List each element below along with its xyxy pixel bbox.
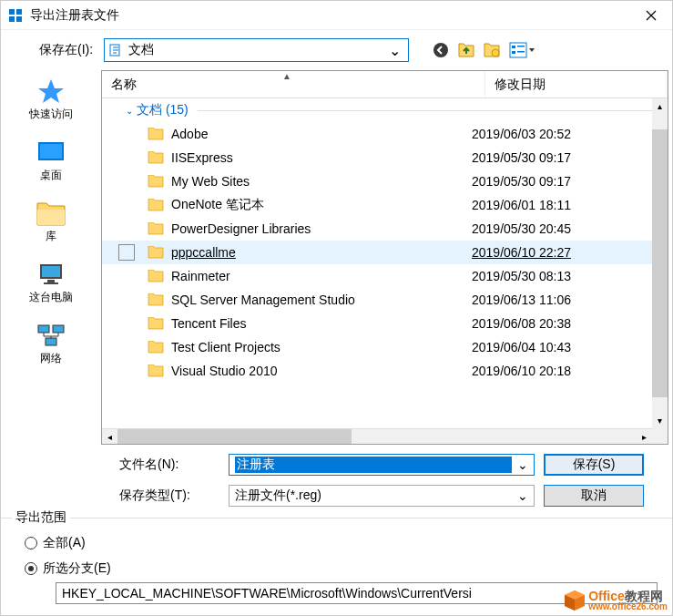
desktop-icon [35, 139, 67, 166]
folder-icon [148, 151, 164, 164]
column-name[interactable]: 名称 [102, 71, 485, 98]
file-date: 2019/06/13 11:06 [472, 293, 652, 307]
sidebar-item-thispc[interactable]: 这台电脑 [1, 257, 101, 309]
file-date: 2019/05/30 20:45 [472, 221, 652, 236]
save-button[interactable]: 保存(S) [544, 454, 644, 476]
file-row[interactable]: OneNote 笔记本2019/06/01 18:11 [102, 193, 652, 217]
file-name: Adobe [171, 127, 472, 141]
close-icon [646, 10, 657, 21]
new-folder-icon[interactable] [484, 42, 500, 58]
chevron-down-icon: ⌄ [385, 42, 404, 59]
vertical-scrollbar[interactable]: ▴ ▾ [652, 98, 668, 428]
folder-icon [148, 199, 164, 211]
close-button[interactable] [630, 1, 672, 30]
folder-icon [148, 317, 164, 330]
file-name: SQL Server Management Studio [171, 293, 472, 307]
file-row[interactable]: Adobe2019/06/03 20:52 [102, 122, 652, 146]
file-row[interactable]: My Web Sites2019/05/30 09:17 [102, 169, 652, 193]
folder-icon [148, 128, 164, 140]
file-row[interactable]: PowerDesigner Libraries2019/05/30 20:45 [102, 217, 652, 241]
radio-icon [25, 562, 37, 575]
scroll-right-icon[interactable]: ▸ [637, 429, 652, 445]
svg-rect-21 [46, 338, 56, 345]
scroll-left-icon[interactable]: ◂ [102, 429, 117, 445]
file-pane: 名称 修改日期 ▲ ⌄ 文档 (15) Adobe2019/06/03 20:5… [101, 70, 668, 445]
column-date[interactable]: 修改日期 [485, 71, 668, 98]
chevron-down-icon: ⌄ [512, 488, 528, 503]
file-date: 2019/06/01 18:11 [472, 198, 652, 212]
vscroll-thumb[interactable] [652, 129, 668, 397]
file-date: 2019/06/10 22:27 [472, 245, 652, 260]
save-in-row: 保存在(I): 文档 ⌄ [1, 30, 672, 70]
radio-icon [25, 537, 37, 549]
file-name: pppccallme [171, 245, 472, 260]
sidebar-item-libraries[interactable]: 库 [1, 196, 101, 248]
filetype-combo[interactable]: 注册文件(*.reg) ⌄ [229, 485, 535, 507]
folder-icon [148, 341, 164, 354]
file-name: Rainmeter [171, 269, 472, 283]
group-header[interactable]: ⌄ 文档 (15) [102, 98, 652, 122]
horizontal-scrollbar[interactable]: ◂ ▸ [102, 428, 652, 444]
column-headers: 名称 修改日期 [102, 71, 668, 98]
svg-rect-19 [38, 325, 49, 333]
svg-rect-3 [16, 16, 22, 22]
svg-rect-0 [9, 9, 15, 15]
file-date: 2019/06/08 20:38 [472, 316, 652, 331]
up-folder-icon[interactable] [458, 42, 474, 58]
file-row[interactable]: SQL Server Management Studio2019/06/13 1… [102, 288, 652, 312]
svg-rect-7 [510, 43, 526, 57]
scroll-up-icon[interactable]: ▴ [652, 98, 668, 114]
svg-rect-20 [53, 325, 64, 333]
file-date: 2019/06/03 20:52 [472, 127, 652, 141]
svg-rect-9 [512, 51, 515, 54]
sidebar-item-quickaccess[interactable]: 快速访问 [1, 74, 101, 126]
cancel-button[interactable]: 取消 [544, 485, 644, 507]
radio-selected-branch[interactable]: 所选分支(E) [25, 560, 658, 577]
svg-rect-2 [9, 16, 15, 22]
sidebar-item-desktop[interactable]: 桌面 [1, 135, 101, 187]
office-logo-icon [563, 589, 586, 612]
svg-rect-8 [512, 46, 515, 48]
folder-icon [148, 270, 164, 282]
scroll-down-icon[interactable]: ▾ [652, 413, 668, 428]
file-date: 2019/05/30 09:17 [472, 150, 652, 165]
file-row[interactable]: Rainmeter2019/05/30 08:13 [102, 264, 652, 288]
svg-point-5 [433, 43, 448, 57]
thispc-icon [35, 261, 67, 288]
quickaccess-icon [35, 77, 67, 105]
checkbox[interactable] [118, 244, 135, 261]
svg-point-6 [492, 49, 499, 56]
folder-icon [148, 246, 164, 259]
save-in-value: 文档 [128, 42, 385, 58]
hscroll-thumb[interactable] [117, 429, 352, 445]
file-row[interactable]: Test Client Projects2019/06/04 10:43 [102, 335, 652, 359]
view-menu-icon[interactable] [509, 42, 535, 58]
file-row[interactable]: IISExpress2019/05/30 09:17 [102, 146, 652, 169]
folder-icon [148, 293, 164, 306]
file-name: Tencent Files [171, 316, 472, 331]
file-name: Test Client Projects [171, 340, 472, 354]
sort-indicator-icon: ▲ [282, 71, 291, 81]
sidebar-item-network[interactable]: 网络 [1, 318, 101, 370]
folder-icon [148, 222, 164, 235]
radio-all[interactable]: 全部(A) [25, 535, 658, 551]
save-in-combo[interactable]: 文档 ⌄ [104, 38, 409, 62]
file-date: 2019/05/30 09:17 [472, 174, 652, 189]
registry-icon [8, 8, 23, 23]
file-date: 2019/05/30 08:13 [472, 269, 652, 283]
watermark: Office教程网 www.office26.com [563, 589, 668, 612]
svg-rect-13 [40, 144, 62, 159]
documents-folder-icon [108, 43, 123, 57]
file-list[interactable]: ⌄ 文档 (15) Adobe2019/06/03 20:52IISExpres… [102, 98, 652, 428]
file-row[interactable]: Visual Studio 20102019/06/10 20:18 [102, 359, 652, 383]
window-title: 导出注册表文件 [30, 7, 630, 24]
filename-input[interactable]: 注册表 ⌄ [229, 454, 535, 476]
titlebar: 导出注册表文件 [1, 1, 672, 30]
back-icon[interactable] [433, 42, 449, 58]
file-name: Visual Studio 2010 [171, 364, 472, 378]
svg-rect-16 [42, 266, 60, 277]
svg-rect-1 [16, 9, 22, 15]
export-range-label: 导出范围 [12, 509, 70, 526]
file-row[interactable]: pppccallme2019/06/10 22:27 [102, 241, 652, 264]
file-row[interactable]: Tencent Files2019/06/08 20:38 [102, 312, 652, 335]
